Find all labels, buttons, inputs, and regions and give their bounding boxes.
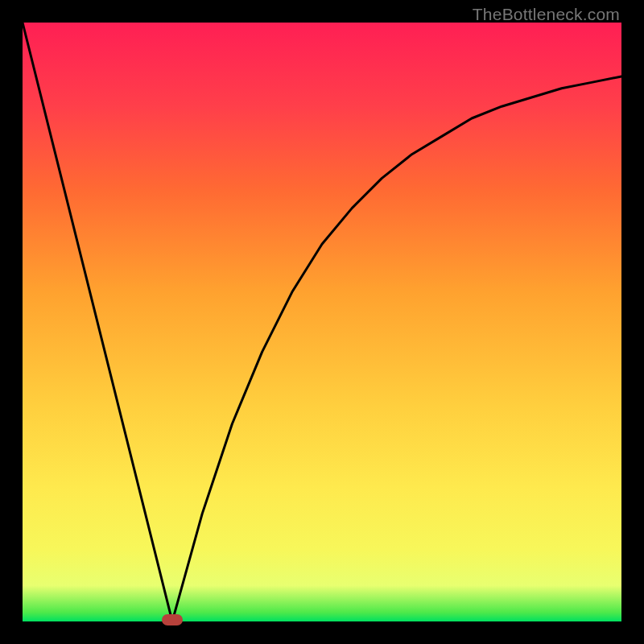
chart-frame: TheBottleneck.com	[0, 0, 644, 644]
min-marker	[162, 614, 183, 625]
watermark-text: TheBottleneck.com	[473, 5, 620, 24]
plot-area	[23, 23, 621, 621]
bottleneck-curve	[23, 23, 621, 621]
